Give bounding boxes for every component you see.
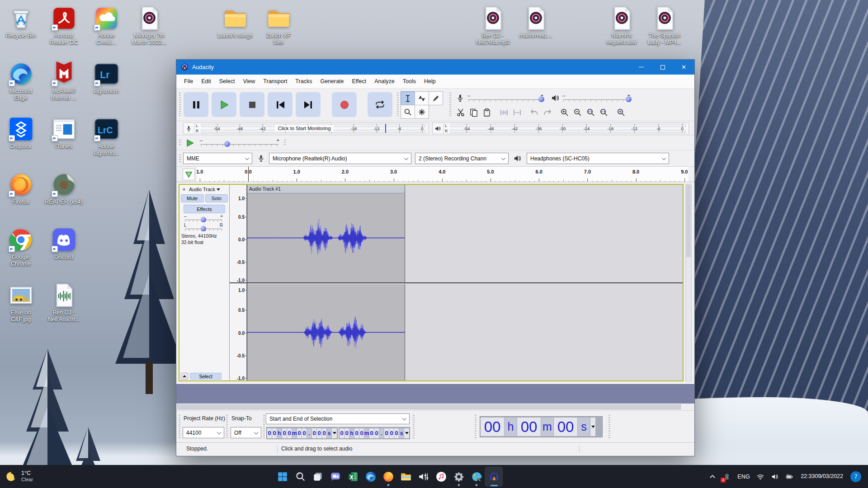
menu-tracks[interactable]: Tracks	[291, 78, 316, 84]
desktop-icon-malformed[interactable]: malformed....	[511, 5, 560, 39]
collapse-button[interactable]	[181, 373, 188, 380]
desktop-icon-lightroom[interactable]: LrLightroom	[82, 61, 131, 95]
language-indicator[interactable]: ENG	[734, 468, 753, 486]
taskbar-itunes[interactable]	[432, 467, 450, 487]
menu-edit[interactable]: Edit	[197, 78, 215, 84]
project-rate-select[interactable]: 44100	[183, 427, 224, 438]
menu-file[interactable]: File	[180, 78, 197, 84]
vertical-ruler-ch1[interactable]: 1.00.50.0-0.5-1.0	[230, 185, 246, 283]
copy-button[interactable]	[467, 107, 480, 118]
taskbar-audacity[interactable]	[485, 467, 503, 487]
taskbar-search[interactable]	[291, 467, 309, 487]
skip-end-button[interactable]	[296, 92, 321, 117]
desktop-icon-discord[interactable]: Discord	[39, 227, 88, 261]
taskbar-taskview[interactable]	[309, 467, 326, 487]
silence-button[interactable]	[510, 107, 524, 118]
record-button[interactable]	[332, 92, 357, 117]
close-button[interactable]: ✕	[673, 60, 694, 75]
titlebar[interactable]: Audacity ✕	[176, 60, 694, 75]
desktop-icon-zurich-xf-files[interactable]: Zurich XFfiles	[254, 5, 303, 47]
tray-chevron-icon[interactable]	[705, 468, 720, 486]
recording-meter[interactable]: LR Click to Start Monitoring -54-48-42-3…	[183, 122, 429, 134]
weather-widget[interactable]: 1°C Clear	[5, 465, 33, 488]
maximize-button[interactable]	[652, 60, 673, 75]
vertical-scrollbar[interactable]	[685, 184, 692, 381]
taskbar-edge[interactable]	[362, 467, 379, 487]
playback-meter-speaker-icon[interactable]	[433, 123, 443, 134]
desktop-icon-google-chrome[interactable]: GoogleChrome	[0, 227, 45, 268]
snap-to-select[interactable]: Off	[231, 427, 261, 438]
effects-button[interactable]: Effects	[184, 205, 225, 213]
trim-button[interactable]	[497, 107, 510, 118]
zoom-out-button[interactable]	[571, 107, 584, 118]
taskbar-start[interactable]	[274, 467, 291, 487]
envelope-tool[interactable]	[415, 91, 429, 105]
audio-clip-ch1[interactable]	[247, 193, 405, 282]
multi-tool[interactable]	[415, 105, 429, 119]
zoom-in-button[interactable]	[558, 107, 571, 118]
record-volume-thumb[interactable]	[538, 96, 544, 102]
horizontal-scrollbar[interactable]	[176, 404, 694, 410]
zoom-toggle-button[interactable]	[614, 107, 627, 118]
stop-button[interactable]	[240, 92, 264, 117]
menu-generate[interactable]: Generate	[316, 78, 348, 84]
audio-position-display[interactable]: 00h00m00s	[480, 416, 603, 437]
undo-button[interactable]	[528, 107, 541, 118]
desktop-icon-dropbox[interactable]: Dropbox	[0, 116, 45, 150]
desktop-icon-acrobat-reader-dc[interactable]: AcrobatReader DC	[39, 5, 88, 47]
cut-button[interactable]	[454, 107, 467, 118]
desktop-icon-niamh-s-request-wav[interactable]: Niamh'srequest.wav	[597, 5, 646, 47]
draw-tool[interactable]	[429, 91, 443, 105]
selection-tool[interactable]	[401, 91, 415, 105]
zoom-fit-button[interactable]	[597, 107, 610, 118]
selection-end-field[interactable]: 00h00m00.000s	[339, 427, 410, 439]
redo-button[interactable]	[541, 107, 554, 118]
desktop-icon-the-spanish-lady-mp4[interactable]: The SpanishLady - MP4...	[640, 5, 689, 47]
desktop-icon-laura-s-songs[interactable]: Laura's songs	[211, 5, 259, 39]
menu-tools[interactable]: Tools	[399, 78, 420, 84]
desktop-icon-itunes[interactable]: iTunes	[39, 116, 88, 150]
timeline-ruler[interactable]: 1.00.01.02.03.04.05.06.07.08.09.0	[196, 167, 689, 182]
dropbox-tray-icon[interactable]: 4	[720, 468, 734, 486]
play-speed-thumb[interactable]	[224, 141, 230, 147]
desktop-icon-adobe-lightroo[interactable]: LrCAdobeLightroo...	[82, 116, 131, 157]
playback-meter[interactable]: LR -54-48-42-36-30-24-18-12-60	[432, 122, 689, 134]
desktop-icon-microsoft-edge[interactable]: MicrosoftEdge	[0, 61, 45, 102]
clip-header[interactable]: Audio Track #1	[247, 185, 405, 193]
taskbar-excel[interactable]	[344, 467, 362, 487]
menu-transport[interactable]: Transport	[259, 78, 291, 84]
desktop-icon-ben-dj-nell-aria-mp3[interactable]: Ben DJ -Nell'Aria.mp3	[468, 5, 517, 47]
recording-device-select[interactable]: Microphone (Realtek(R) Audio)	[269, 153, 411, 164]
wifi-icon[interactable]	[753, 468, 768, 486]
taskbar-paint[interactable]	[467, 467, 485, 487]
clock[interactable]: 22:33 09/03/2022	[797, 468, 847, 486]
play-button[interactable]	[212, 92, 236, 117]
menu-select[interactable]: Select	[215, 78, 239, 84]
play-at-speed-button[interactable]	[183, 137, 197, 149]
track-menu-icon[interactable]	[217, 188, 220, 191]
menu-help[interactable]: Help	[420, 78, 440, 84]
gain-thumb[interactable]	[201, 217, 206, 222]
vertical-ruler-ch2[interactable]: 1.00.50.0-0.5-1.0	[230, 283, 246, 380]
playback-device-select[interactable]: Headphones (SC-HC05)	[527, 153, 669, 164]
pan-thumb[interactable]	[201, 226, 206, 231]
pause-button[interactable]	[184, 92, 208, 117]
zoom-tool[interactable]	[401, 105, 415, 119]
desktop-icon-reaper-x64[interactable]: REAPER (x64)	[39, 172, 88, 206]
monitoring-hint[interactable]: Click to Start Monitoring	[275, 125, 334, 131]
volume-icon[interactable]	[768, 468, 782, 486]
zoom-sel-button[interactable]	[584, 107, 597, 118]
waveform-area[interactable]: Audio Track #1	[247, 185, 683, 380]
desktop-icon-adobe-creati[interactable]: AdobeCreati...	[82, 5, 131, 47]
notification-center[interactable]: 7	[847, 468, 864, 486]
playback-volume-thumb[interactable]	[626, 96, 632, 102]
playback-meter-scale[interactable]: -54-48-42-36-30-24-18-12-60	[450, 124, 686, 133]
desktop-icon-recycle-bin[interactable]: Recycle Bin	[0, 5, 45, 39]
taskbar-firefox[interactable]	[379, 467, 397, 487]
pan-slider[interactable]: LR	[184, 224, 223, 231]
selection-start-field[interactable]: 00h00m00.000s	[266, 427, 338, 439]
selection-mode-select[interactable]: Start and End of Selection	[266, 413, 410, 424]
desktop-icon-ben-dj-nell-aria-m[interactable]: Ben DJ -Nell'Aria.m...	[39, 282, 88, 324]
menu-analyze[interactable]: Analyze	[370, 78, 398, 84]
battery-icon[interactable]	[782, 468, 797, 486]
